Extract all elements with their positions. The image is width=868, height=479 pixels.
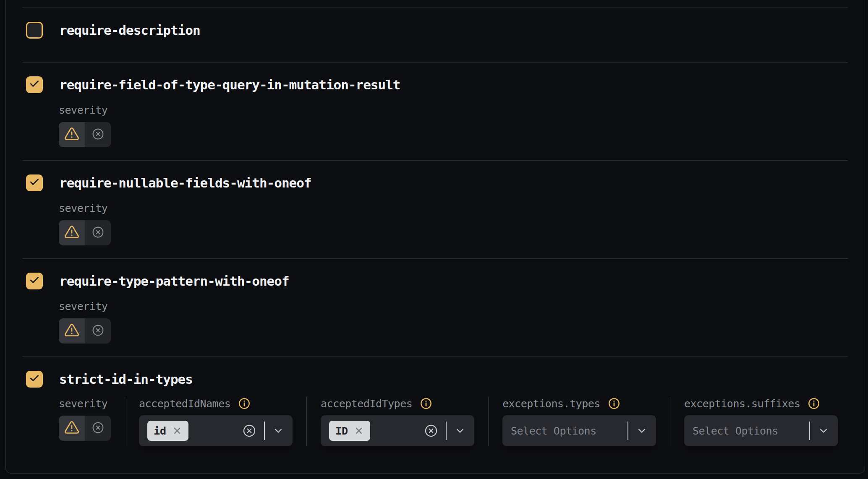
severity-off-button[interactable]: [85, 416, 111, 441]
clear-selection-button[interactable]: [424, 424, 438, 438]
rule-row: require-nullable-fields-with-oneof sever…: [23, 161, 848, 258]
warning-triangle-icon: [64, 420, 79, 437]
check-icon: [29, 373, 40, 385]
severity-label: severity: [59, 103, 848, 117]
circle-x-icon: [92, 421, 105, 436]
severity-control: [59, 318, 111, 344]
accepted-id-types-select[interactable]: ID: [321, 415, 474, 446]
warning-triangle-icon: [64, 323, 79, 339]
check-icon: [29, 177, 40, 189]
accepted-id-types-column: acceptedIdTypes ID: [306, 397, 488, 446]
severity-off-button[interactable]: [85, 318, 111, 344]
clear-selection-button[interactable]: [242, 424, 256, 438]
accepted-id-names-column: acceptedIdNames id: [125, 397, 306, 446]
severity-control: [59, 416, 111, 441]
selected-option-chip: ID: [329, 421, 370, 441]
chevron-down-icon[interactable]: [636, 425, 648, 437]
circle-x-icon: [92, 128, 105, 142]
info-icon[interactable]: [808, 397, 820, 410]
check-icon: [29, 275, 40, 287]
rules-config-panel: require-description require-field-of-typ…: [5, 0, 865, 474]
severity-label: severity: [59, 299, 848, 313]
rule-name: require-type-pattern-with-oneof: [59, 273, 289, 289]
rule-checkbox[interactable]: [26, 273, 43, 289]
select-placeholder: Select Options: [693, 425, 778, 437]
select-placeholder: Select Options: [511, 425, 596, 437]
rule-checkbox[interactable]: [26, 76, 43, 93]
option-label: exceptions.types: [502, 398, 600, 410]
info-icon[interactable]: [420, 397, 432, 410]
severity-off-button[interactable]: [85, 122, 111, 147]
select-separator: [627, 422, 628, 440]
info-icon[interactable]: [238, 397, 251, 410]
remove-chip-icon[interactable]: [354, 426, 364, 436]
warning-triangle-icon: [64, 126, 79, 143]
selected-option-chip: id: [147, 421, 188, 441]
severity-label: severity: [59, 201, 848, 215]
rule-name: require-description: [59, 23, 200, 38]
severity-off-button[interactable]: [85, 220, 111, 245]
select-separator: [264, 422, 265, 440]
exceptions-suffixes-select[interactable]: Select Options: [684, 415, 838, 446]
info-icon[interactable]: [608, 397, 620, 410]
select-separator: [446, 422, 447, 440]
severity-label: severity: [59, 397, 111, 410]
chip-label: id: [154, 425, 166, 437]
severity-control: [59, 220, 111, 245]
severity-warn-button[interactable]: [59, 122, 85, 147]
chevron-down-icon[interactable]: [272, 425, 284, 437]
severity-warn-button[interactable]: [59, 318, 85, 344]
option-label: acceptedIdNames: [139, 398, 230, 410]
rule-row: require-field-of-type-query-in-mutation-…: [23, 62, 848, 160]
option-label: acceptedIdTypes: [321, 398, 412, 410]
chip-label: ID: [335, 425, 348, 437]
circle-x-icon: [92, 324, 105, 338]
warning-triangle-icon: [64, 224, 79, 241]
exceptions-types-select[interactable]: Select Options: [502, 415, 656, 446]
rule-row: require-type-pattern-with-oneof severity: [23, 259, 848, 357]
chevron-down-icon[interactable]: [818, 425, 829, 437]
check-icon: [29, 78, 40, 91]
rule-name: require-nullable-fields-with-oneof: [59, 175, 311, 190]
option-label: exceptions.suffixes: [684, 398, 800, 410]
rule-checkbox[interactable]: [26, 174, 43, 191]
severity-column: severity: [59, 397, 125, 446]
severity-control: [59, 122, 111, 147]
rule-row: require-description: [23, 8, 848, 62]
circle-x-icon: [92, 226, 105, 240]
rule-checkbox[interactable]: [26, 22, 43, 39]
chevron-down-icon[interactable]: [454, 425, 466, 437]
severity-warn-button[interactable]: [59, 220, 85, 245]
accepted-id-names-select[interactable]: id: [139, 415, 293, 446]
rule-name: strict-id-in-types: [59, 372, 193, 387]
severity-warn-button[interactable]: [59, 416, 85, 441]
exceptions-types-column: exceptions.types Select Options: [488, 397, 670, 446]
remove-chip-icon[interactable]: [172, 426, 182, 436]
rule-checkbox[interactable]: [26, 371, 43, 388]
exceptions-suffixes-column: exceptions.suffixes Select Options: [670, 397, 852, 446]
rule-name: require-field-of-type-query-in-mutation-…: [59, 77, 400, 92]
rule-row: strict-id-in-types severity acceptedId: [23, 357, 848, 459]
select-separator: [809, 422, 810, 440]
